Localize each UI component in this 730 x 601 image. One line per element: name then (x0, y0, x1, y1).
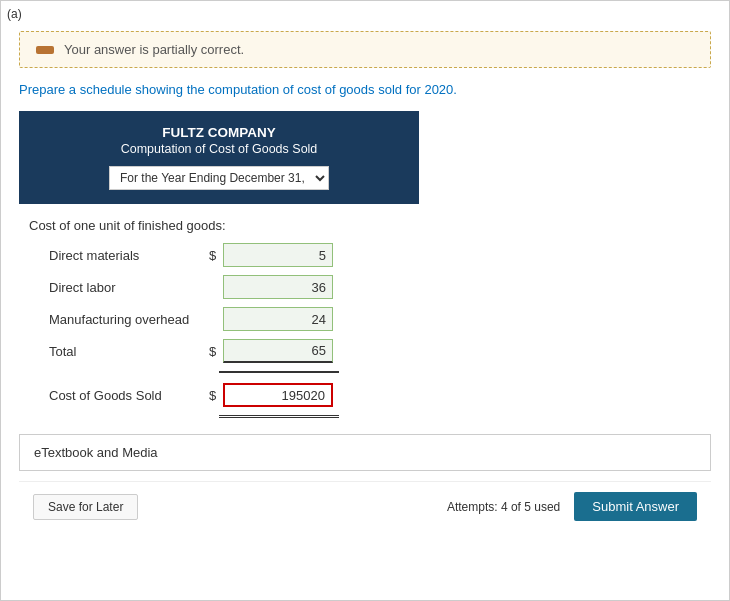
etextbook-label: eTextbook and Media (34, 445, 158, 460)
direct-materials-dollar: $ (209, 248, 219, 263)
direct-materials-row: Direct materials $ (29, 243, 701, 267)
table-title: Computation of Cost of Goods Sold (33, 142, 405, 156)
instruction-text: Prepare a schedule showing the computati… (19, 82, 711, 97)
direct-labor-input[interactable] (223, 275, 333, 299)
partial-correct-banner: Your answer is partially correct. (19, 31, 711, 68)
manufacturing-overhead-input[interactable] (223, 307, 333, 331)
cogs-underline (219, 415, 339, 418)
cogs-input[interactable] (223, 383, 333, 407)
form-section: Cost of one unit of finished goods: Dire… (19, 218, 711, 418)
submit-answer-button[interactable]: Submit Answer (574, 492, 697, 521)
total-label: Total (49, 344, 209, 359)
cogs-dollar: $ (209, 388, 219, 403)
banner-text: Your answer is partially correct. (64, 42, 244, 57)
section-label: Cost of one unit of finished goods: (29, 218, 701, 233)
total-divider (219, 371, 339, 373)
direct-materials-input[interactable] (223, 243, 333, 267)
manufacturing-overhead-row: Manufacturing overhead (29, 307, 701, 331)
attempts-text: Attempts: 4 of 5 used (447, 500, 560, 514)
table-header: FULTZ COMPANY Computation of Cost of Goo… (19, 111, 419, 204)
total-dollar: $ (209, 344, 219, 359)
total-row: Total $ (29, 339, 701, 363)
tab-label: (a) (7, 7, 22, 21)
direct-materials-label: Direct materials (49, 248, 209, 263)
cogs-row: Cost of Goods Sold $ (29, 383, 701, 407)
company-name: FULTZ COMPANY (33, 125, 405, 140)
footer-right: Attempts: 4 of 5 used Submit Answer (447, 492, 697, 521)
direct-labor-row: Direct labor (29, 275, 701, 299)
etextbook-bar: eTextbook and Media (19, 434, 711, 471)
direct-labor-label: Direct labor (49, 280, 209, 295)
warning-icon (36, 46, 54, 54)
year-select[interactable]: For the Year Ending December 31, 2020 (109, 166, 329, 190)
footer: Save for Later Attempts: 4 of 5 used Sub… (19, 481, 711, 531)
save-for-later-button[interactable]: Save for Later (33, 494, 138, 520)
manufacturing-overhead-label: Manufacturing overhead (49, 312, 209, 327)
total-input[interactable] (223, 339, 333, 363)
cogs-label: Cost of Goods Sold (49, 388, 209, 403)
